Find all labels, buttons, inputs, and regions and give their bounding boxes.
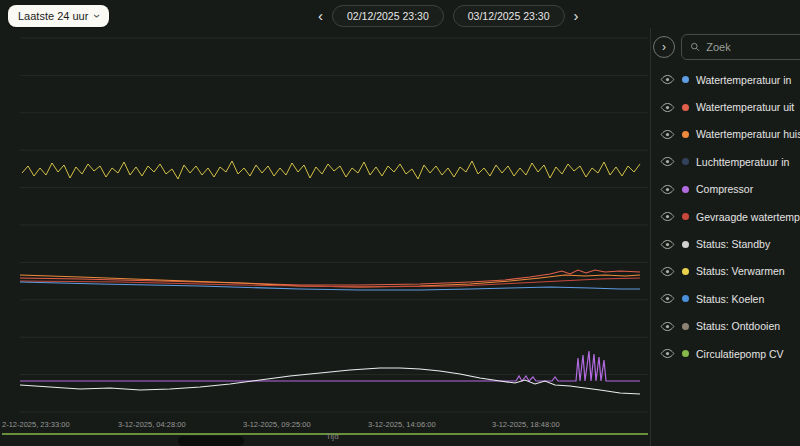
next-button[interactable]: › <box>574 5 579 27</box>
search-icon <box>690 41 700 53</box>
time-range-label: Laatste 24 uur <box>18 10 88 22</box>
chevron-down-icon: › <box>90 14 104 18</box>
eye-icon[interactable] <box>660 239 675 250</box>
legend-sidebar: › Watertemperatuur inWatertemperatuur ui… <box>650 28 800 446</box>
legend-color-dot <box>682 186 689 193</box>
legend-item[interactable]: Circulatiepomp CV <box>651 340 800 367</box>
legend-item[interactable]: Watertemperatuur uit <box>651 93 800 120</box>
date-to-button[interactable]: 03/12/2025 23:30 <box>453 5 565 27</box>
legend-item[interactable]: Watertemperatuur in <box>651 66 800 93</box>
legend-item[interactable]: Status: Koelen <box>651 285 800 312</box>
collapse-sidebar-button[interactable]: › <box>653 36 675 58</box>
legend-label: Watertemperatuur uit <box>696 101 794 113</box>
date-from-button[interactable]: 02/12/2025 23:30 <box>332 5 444 27</box>
legend-item[interactable]: Status: Standby <box>651 230 800 257</box>
series-compressor <box>20 351 640 381</box>
legend-item[interactable]: Gevraagde watertemperatuur <box>651 203 800 230</box>
legend-label: Circulatiepomp CV <box>696 348 784 360</box>
date-navigation: ‹ 02/12/2025 23:30 03/12/2025 23:30 › <box>318 5 579 27</box>
eye-icon[interactable] <box>660 321 675 332</box>
eye-icon[interactable] <box>660 184 675 195</box>
x-tick-label: 3-12-2025, 04:28:00 <box>118 420 186 429</box>
legend-color-dot <box>682 158 689 165</box>
eye-icon[interactable] <box>660 74 675 85</box>
eye-icon[interactable] <box>660 348 675 359</box>
legend-label: Gevraagde watertemperatuur <box>696 211 800 223</box>
legend-color-dot <box>682 295 689 302</box>
x-axis-title: Tijd <box>326 432 339 441</box>
series-status-verwarmen <box>22 161 640 179</box>
legend-label: Status: Koelen <box>696 293 764 305</box>
chart-canvas[interactable] <box>0 28 650 446</box>
bottom-overlay <box>178 436 244 446</box>
x-tick-label: 3-12-2025, 14:06:00 <box>368 420 436 429</box>
legend-item[interactable]: Luchttemperatuur in <box>651 148 800 175</box>
eye-icon[interactable] <box>660 293 675 304</box>
legend-label: Status: Verwarmen <box>696 265 785 277</box>
eye-icon[interactable] <box>660 211 675 222</box>
legend-item[interactable]: Watertemperatuur huis in <box>651 121 800 148</box>
legend-color-dot <box>682 213 689 220</box>
legend-label: Status: Ontdooien <box>696 320 780 332</box>
time-range-button[interactable]: Laatste 24 uur › <box>8 5 109 27</box>
search-input[interactable] <box>706 41 800 53</box>
legend-color-dot <box>682 104 689 111</box>
legend-item[interactable]: Status: Verwarmen <box>651 258 800 285</box>
legend-item[interactable]: Compressor <box>651 176 800 203</box>
legend-color-dot <box>682 350 689 357</box>
eye-icon[interactable] <box>660 129 675 140</box>
search-box[interactable] <box>681 34 800 60</box>
app-window: Laatste 24 uur › ‹ 02/12/2025 23:30 03/1… <box>0 0 800 446</box>
eye-icon[interactable] <box>660 156 675 167</box>
prev-button[interactable]: ‹ <box>318 5 323 27</box>
chart-panel: 2-12-2025, 23:33:003-12-2025, 04:28:003-… <box>0 28 650 446</box>
x-tick-label: 3-12-2025, 18:48:00 <box>492 420 560 429</box>
eye-icon[interactable] <box>660 102 675 113</box>
legend-color-dot <box>682 76 689 83</box>
legend-item[interactable]: Status: Ontdooien <box>651 313 800 340</box>
legend-label: Luchttemperatuur in <box>696 156 789 168</box>
legend-color-dot <box>682 268 689 275</box>
legend-label: Watertemperatuur huis in <box>696 128 800 140</box>
x-tick-label: 2-12-2025, 23:33:00 <box>2 420 70 429</box>
legend-color-dot <box>682 323 689 330</box>
legend-color-dot <box>682 131 689 138</box>
legend-label: Watertemperatuur in <box>696 74 791 86</box>
eye-icon[interactable] <box>660 266 675 277</box>
legend-label: Compressor <box>696 183 753 195</box>
legend-color-dot <box>682 241 689 248</box>
legend-list: Watertemperatuur inWatertemperatuur uitW… <box>651 66 800 367</box>
legend-label: Status: Standby <box>696 238 770 250</box>
x-tick-label: 3-12-2025, 09:25:00 <box>243 420 311 429</box>
